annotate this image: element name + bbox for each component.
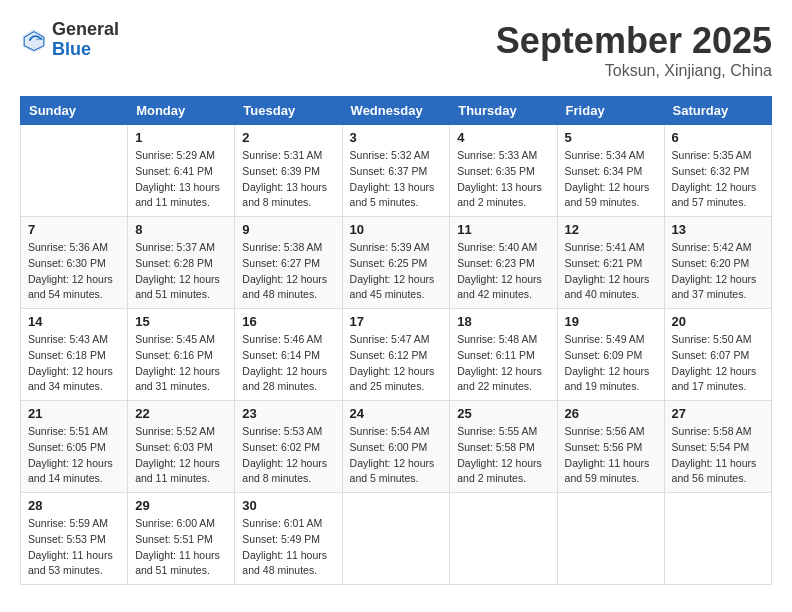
calendar-cell: 10Sunrise: 5:39 AM Sunset: 6:25 PM Dayli… xyxy=(342,217,450,309)
calendar-week-3: 14Sunrise: 5:43 AM Sunset: 6:18 PM Dayli… xyxy=(21,309,772,401)
day-info: Sunrise: 5:50 AM Sunset: 6:07 PM Dayligh… xyxy=(672,332,764,395)
day-info: Sunrise: 5:35 AM Sunset: 6:32 PM Dayligh… xyxy=(672,148,764,211)
calendar-cell: 3Sunrise: 5:32 AM Sunset: 6:37 PM Daylig… xyxy=(342,125,450,217)
calendar-cell: 6Sunrise: 5:35 AM Sunset: 6:32 PM Daylig… xyxy=(664,125,771,217)
day-info: Sunrise: 5:45 AM Sunset: 6:16 PM Dayligh… xyxy=(135,332,227,395)
day-number: 10 xyxy=(350,222,443,237)
calendar-cell: 13Sunrise: 5:42 AM Sunset: 6:20 PM Dayli… xyxy=(664,217,771,309)
day-number: 19 xyxy=(565,314,657,329)
logo-general: General xyxy=(52,20,119,40)
calendar-cell: 9Sunrise: 5:38 AM Sunset: 6:27 PM Daylig… xyxy=(235,217,342,309)
logo-icon xyxy=(20,26,48,54)
day-info: Sunrise: 5:52 AM Sunset: 6:03 PM Dayligh… xyxy=(135,424,227,487)
calendar-week-5: 28Sunrise: 5:59 AM Sunset: 5:53 PM Dayli… xyxy=(21,493,772,585)
header-sunday: Sunday xyxy=(21,97,128,125)
logo: General Blue xyxy=(20,20,119,60)
day-info: Sunrise: 5:55 AM Sunset: 5:58 PM Dayligh… xyxy=(457,424,549,487)
day-info: Sunrise: 5:39 AM Sunset: 6:25 PM Dayligh… xyxy=(350,240,443,303)
calendar-cell: 4Sunrise: 5:33 AM Sunset: 6:35 PM Daylig… xyxy=(450,125,557,217)
calendar-week-2: 7Sunrise: 5:36 AM Sunset: 6:30 PM Daylig… xyxy=(21,217,772,309)
calendar-header-row: Sunday Monday Tuesday Wednesday Thursday… xyxy=(21,97,772,125)
location-title: Toksun, Xinjiang, China xyxy=(496,62,772,80)
day-info: Sunrise: 5:46 AM Sunset: 6:14 PM Dayligh… xyxy=(242,332,334,395)
day-info: Sunrise: 5:51 AM Sunset: 6:05 PM Dayligh… xyxy=(28,424,120,487)
calendar-cell: 17Sunrise: 5:47 AM Sunset: 6:12 PM Dayli… xyxy=(342,309,450,401)
calendar-cell xyxy=(450,493,557,585)
day-number: 15 xyxy=(135,314,227,329)
day-number: 16 xyxy=(242,314,334,329)
logo-blue: Blue xyxy=(52,40,119,60)
day-info: Sunrise: 5:29 AM Sunset: 6:41 PM Dayligh… xyxy=(135,148,227,211)
day-number: 28 xyxy=(28,498,120,513)
calendar-cell: 23Sunrise: 5:53 AM Sunset: 6:02 PM Dayli… xyxy=(235,401,342,493)
calendar-table: Sunday Monday Tuesday Wednesday Thursday… xyxy=(20,96,772,585)
calendar-cell: 24Sunrise: 5:54 AM Sunset: 6:00 PM Dayli… xyxy=(342,401,450,493)
day-info: Sunrise: 5:34 AM Sunset: 6:34 PM Dayligh… xyxy=(565,148,657,211)
day-number: 30 xyxy=(242,498,334,513)
day-number: 20 xyxy=(672,314,764,329)
day-number: 4 xyxy=(457,130,549,145)
calendar-cell: 26Sunrise: 5:56 AM Sunset: 5:56 PM Dayli… xyxy=(557,401,664,493)
day-number: 18 xyxy=(457,314,549,329)
logo-text: General Blue xyxy=(52,20,119,60)
calendar-cell xyxy=(342,493,450,585)
day-number: 3 xyxy=(350,130,443,145)
day-info: Sunrise: 5:37 AM Sunset: 6:28 PM Dayligh… xyxy=(135,240,227,303)
calendar-cell: 18Sunrise: 5:48 AM Sunset: 6:11 PM Dayli… xyxy=(450,309,557,401)
day-number: 11 xyxy=(457,222,549,237)
title-block: September 2025 Toksun, Xinjiang, China xyxy=(496,20,772,80)
day-number: 17 xyxy=(350,314,443,329)
day-number: 9 xyxy=(242,222,334,237)
day-info: Sunrise: 5:58 AM Sunset: 5:54 PM Dayligh… xyxy=(672,424,764,487)
day-number: 22 xyxy=(135,406,227,421)
day-info: Sunrise: 5:43 AM Sunset: 6:18 PM Dayligh… xyxy=(28,332,120,395)
day-number: 14 xyxy=(28,314,120,329)
calendar-week-4: 21Sunrise: 5:51 AM Sunset: 6:05 PM Dayli… xyxy=(21,401,772,493)
day-number: 25 xyxy=(457,406,549,421)
header-friday: Friday xyxy=(557,97,664,125)
day-info: Sunrise: 6:00 AM Sunset: 5:51 PM Dayligh… xyxy=(135,516,227,579)
day-number: 8 xyxy=(135,222,227,237)
header-monday: Monday xyxy=(128,97,235,125)
calendar-week-1: 1Sunrise: 5:29 AM Sunset: 6:41 PM Daylig… xyxy=(21,125,772,217)
day-number: 13 xyxy=(672,222,764,237)
calendar-cell: 15Sunrise: 5:45 AM Sunset: 6:16 PM Dayli… xyxy=(128,309,235,401)
calendar-cell xyxy=(664,493,771,585)
day-info: Sunrise: 5:53 AM Sunset: 6:02 PM Dayligh… xyxy=(242,424,334,487)
month-title: September 2025 xyxy=(496,20,772,62)
calendar-cell: 19Sunrise: 5:49 AM Sunset: 6:09 PM Dayli… xyxy=(557,309,664,401)
day-info: Sunrise: 5:41 AM Sunset: 6:21 PM Dayligh… xyxy=(565,240,657,303)
calendar-cell: 1Sunrise: 5:29 AM Sunset: 6:41 PM Daylig… xyxy=(128,125,235,217)
day-info: Sunrise: 5:56 AM Sunset: 5:56 PM Dayligh… xyxy=(565,424,657,487)
day-number: 7 xyxy=(28,222,120,237)
day-info: Sunrise: 5:59 AM Sunset: 5:53 PM Dayligh… xyxy=(28,516,120,579)
day-number: 2 xyxy=(242,130,334,145)
day-number: 1 xyxy=(135,130,227,145)
day-info: Sunrise: 5:42 AM Sunset: 6:20 PM Dayligh… xyxy=(672,240,764,303)
calendar-cell: 29Sunrise: 6:00 AM Sunset: 5:51 PM Dayli… xyxy=(128,493,235,585)
day-number: 21 xyxy=(28,406,120,421)
day-number: 29 xyxy=(135,498,227,513)
day-info: Sunrise: 5:38 AM Sunset: 6:27 PM Dayligh… xyxy=(242,240,334,303)
calendar-cell: 5Sunrise: 5:34 AM Sunset: 6:34 PM Daylig… xyxy=(557,125,664,217)
day-number: 5 xyxy=(565,130,657,145)
calendar-cell: 20Sunrise: 5:50 AM Sunset: 6:07 PM Dayli… xyxy=(664,309,771,401)
day-number: 24 xyxy=(350,406,443,421)
svg-marker-0 xyxy=(23,29,45,53)
calendar-cell: 11Sunrise: 5:40 AM Sunset: 6:23 PM Dayli… xyxy=(450,217,557,309)
day-info: Sunrise: 5:48 AM Sunset: 6:11 PM Dayligh… xyxy=(457,332,549,395)
day-number: 23 xyxy=(242,406,334,421)
calendar-cell: 2Sunrise: 5:31 AM Sunset: 6:39 PM Daylig… xyxy=(235,125,342,217)
calendar-cell: 21Sunrise: 5:51 AM Sunset: 6:05 PM Dayli… xyxy=(21,401,128,493)
day-number: 27 xyxy=(672,406,764,421)
header-tuesday: Tuesday xyxy=(235,97,342,125)
day-number: 12 xyxy=(565,222,657,237)
calendar-cell: 8Sunrise: 5:37 AM Sunset: 6:28 PM Daylig… xyxy=(128,217,235,309)
calendar-cell: 30Sunrise: 6:01 AM Sunset: 5:49 PM Dayli… xyxy=(235,493,342,585)
calendar-cell: 7Sunrise: 5:36 AM Sunset: 6:30 PM Daylig… xyxy=(21,217,128,309)
day-info: Sunrise: 5:36 AM Sunset: 6:30 PM Dayligh… xyxy=(28,240,120,303)
calendar-cell: 25Sunrise: 5:55 AM Sunset: 5:58 PM Dayli… xyxy=(450,401,557,493)
calendar-cell: 22Sunrise: 5:52 AM Sunset: 6:03 PM Dayli… xyxy=(128,401,235,493)
day-number: 26 xyxy=(565,406,657,421)
calendar-cell xyxy=(557,493,664,585)
